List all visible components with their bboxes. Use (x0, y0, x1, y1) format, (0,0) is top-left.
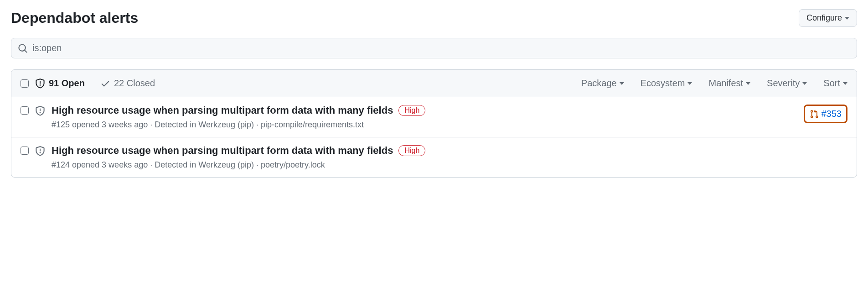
alert-title-link[interactable]: High resource usage when parsing multipa… (52, 145, 393, 157)
alert-checkbox[interactable] (21, 106, 29, 115)
filter-ecosystem[interactable]: Ecosystem (641, 78, 692, 89)
alert-row: High resource usage when parsing multipa… (11, 97, 857, 137)
caret-down-icon (843, 82, 847, 85)
search-container[interactable] (11, 38, 857, 58)
check-icon (100, 79, 110, 89)
pr-number: #353 (822, 109, 842, 119)
alert-content: High resource usage when parsing multipa… (52, 145, 847, 170)
shield-alert-icon (35, 106, 45, 116)
toolbar-right: Package Ecosystem Manifest Severity Sort (581, 78, 847, 89)
alert-checkbox[interactable] (21, 147, 29, 155)
filter-package[interactable]: Package (581, 78, 624, 89)
caret-down-icon (845, 17, 849, 20)
page-title: Dependabot alerts (11, 10, 138, 26)
tab-closed[interactable]: 22 Closed (100, 78, 155, 89)
closed-label: Closed (127, 78, 155, 88)
filter-manifest[interactable]: Manifest (708, 78, 750, 89)
closed-count: 22 (114, 78, 124, 88)
filter-severity[interactable]: Severity (767, 78, 807, 89)
configure-label: Configure (806, 13, 842, 23)
alert-title-link[interactable]: High resource usage when parsing multipa… (52, 105, 393, 116)
alert-row: High resource usage when parsing multipa… (11, 137, 857, 177)
shield-alert-icon (35, 79, 45, 89)
toolbar-left: 91 Open 22 Closed (21, 78, 155, 89)
caret-down-icon (687, 82, 692, 85)
alerts-toolbar: 91 Open 22 Closed Package Ecosystem (11, 70, 857, 97)
caret-down-icon (746, 82, 750, 85)
alert-meta: #125 opened 3 weeks ago · Detected in We… (52, 120, 797, 130)
filter-sort[interactable]: Sort (823, 78, 847, 89)
select-all-checkbox[interactable] (21, 79, 29, 88)
caret-down-icon (802, 82, 807, 85)
alert-meta: #124 opened 3 weeks ago · Detected in We… (52, 160, 847, 170)
search-icon (18, 43, 28, 53)
configure-button[interactable]: Configure (799, 9, 857, 27)
pr-link[interactable]: #353 (804, 105, 848, 123)
page-header: Dependabot alerts Configure (11, 9, 857, 27)
alert-right: #353 (804, 105, 848, 123)
alerts-container: 91 Open 22 Closed Package Ecosystem (11, 69, 857, 178)
severity-badge: High (398, 145, 425, 156)
caret-down-icon (620, 82, 624, 85)
alert-content: High resource usage when parsing multipa… (52, 105, 797, 130)
tab-open[interactable]: 91 Open (35, 78, 85, 89)
git-pull-request-icon (810, 110, 819, 119)
shield-alert-icon (35, 146, 45, 156)
search-input[interactable] (32, 43, 850, 53)
open-count: 91 (49, 78, 59, 88)
open-label: Open (62, 78, 85, 88)
severity-badge: High (398, 105, 425, 116)
